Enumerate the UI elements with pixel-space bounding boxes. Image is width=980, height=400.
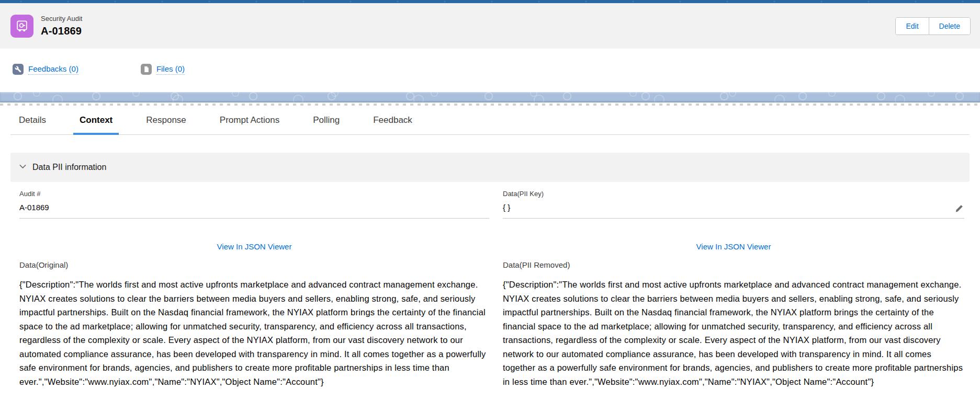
delete-button[interactable]: Delete [929, 18, 970, 35]
record-titles: Security Audit A-01869 [41, 15, 83, 37]
edit-pii-key-button[interactable] [955, 204, 963, 213]
fields-row: Audit # A-01869 Data(PII Key) { } [10, 182, 970, 219]
safe-icon [10, 15, 33, 38]
tab-response[interactable]: Response [140, 106, 193, 134]
json-columns: View In JSON Viewer Data(Original) {"Des… [10, 219, 970, 388]
data-original-column: View In JSON Viewer Data(Original) {"Des… [19, 219, 489, 388]
record-identity: Security Audit A-01869 [10, 15, 83, 38]
feedbacks-link-label: Feedbacks (0) [28, 64, 78, 75]
tab-details[interactable]: Details [13, 106, 52, 134]
data-pii-removed-value: {"Description":"The worlds first and mos… [503, 278, 964, 388]
data-original-value: {"Description":"The worlds first and mos… [19, 278, 489, 388]
decorative-banner [0, 92, 980, 102]
section-title: Data PII information [32, 163, 106, 172]
tab-feedback[interactable]: Feedback [367, 106, 419, 134]
record-header: Security Audit A-01869 Edit Delete [0, 3, 980, 49]
data-pii-removed-label: Data(PII Removed) [503, 260, 964, 270]
field-audit-number: Audit # A-01869 [19, 189, 489, 219]
wrench-icon [13, 64, 24, 75]
feedbacks-link[interactable]: Feedbacks (0) [13, 64, 78, 75]
files-link[interactable]: Files (0) [141, 64, 185, 75]
chevron-down-icon [19, 163, 27, 173]
tab-prompt-actions[interactable]: Prompt Actions [213, 106, 286, 134]
data-original-label: Data(Original) [19, 260, 489, 270]
pencil-icon [955, 207, 963, 214]
data-pii-section: Data PII information Audit # A-01869 Dat… [10, 153, 970, 388]
pii-key-label: Data(PII Key) [503, 189, 964, 199]
section-header-data-pii[interactable]: Data PII information [10, 153, 970, 182]
record-title: A-01869 [41, 25, 83, 37]
audit-number-value: A-01869 [19, 202, 489, 213]
data-pii-removed-column: View In JSON Viewer Data(PII Removed) {"… [503, 219, 964, 388]
record-page: Security Audit A-01869 Edit Delete Feedb… [0, 0, 980, 388]
tab-context[interactable]: Context [73, 106, 119, 134]
view-json-viewer-link-pii-removed[interactable]: View In JSON Viewer [503, 242, 964, 252]
file-icon [141, 64, 152, 75]
files-link-label: Files (0) [156, 64, 185, 75]
entity-label: Security Audit [41, 15, 83, 23]
audit-number-label: Audit # [19, 189, 489, 199]
field-pii-key: Data(PII Key) { } [503, 189, 964, 219]
tab-content: Data PII information Audit # A-01869 Dat… [0, 153, 980, 388]
related-quick-links: Feedbacks (0) Files (0) [0, 49, 980, 92]
tab-bar: Details Context Response Prompt Actions … [10, 106, 970, 135]
tab-polling[interactable]: Polling [307, 106, 346, 134]
view-json-viewer-link-original[interactable]: View In JSON Viewer [19, 242, 489, 252]
edit-button[interactable]: Edit [896, 18, 928, 35]
pii-key-value: { } [503, 202, 964, 213]
record-actions: Edit Delete [895, 17, 971, 35]
